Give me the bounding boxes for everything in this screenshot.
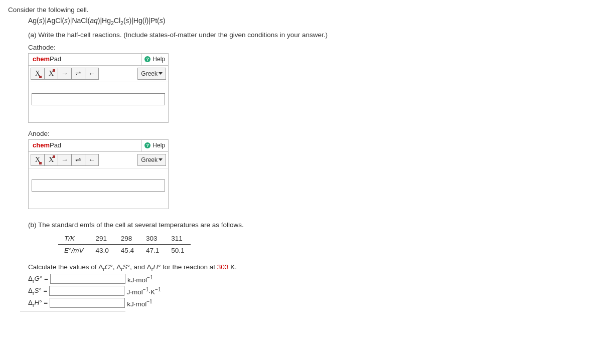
part-b-prompt: (b) The standard emfs of the cell at sev… bbox=[28, 221, 594, 229]
part-a-prompt: (a) Write the half-cell reactions. (Incl… bbox=[28, 31, 594, 39]
tool-group-left: X X → ⇌ ← bbox=[31, 154, 98, 166]
help-icon: ? bbox=[144, 56, 150, 62]
help-icon: ? bbox=[144, 142, 150, 148]
table-cell: 291 bbox=[89, 233, 114, 245]
greek-label: Greek bbox=[141, 156, 158, 163]
subscript-button[interactable]: X bbox=[31, 154, 45, 166]
help-label: Help bbox=[153, 56, 165, 63]
ds-input[interactable] bbox=[49, 286, 124, 296]
equilibrium-button[interactable]: ⇌ bbox=[71, 154, 85, 166]
dh-label: ΔrH° = bbox=[28, 299, 48, 308]
chempad-title-pad: Pad bbox=[50, 55, 61, 63]
anode-label: Anode: bbox=[28, 130, 594, 137]
equilibrium-button[interactable]: ⇌ bbox=[71, 68, 85, 80]
calc-k: K. bbox=[228, 263, 237, 271]
cathode-input[interactable] bbox=[32, 93, 165, 105]
greek-dropdown[interactable]: Greek bbox=[137, 68, 166, 80]
dg-units: kJ·mol−1 bbox=[127, 275, 153, 284]
arrow-right-button[interactable]: → bbox=[58, 68, 72, 80]
divider bbox=[20, 311, 125, 311]
help-button[interactable]: ? Help bbox=[141, 54, 168, 65]
chempad-body bbox=[29, 168, 168, 209]
calc-prompt: Calculate the values of ΔrG°, ΔrS°, and … bbox=[28, 263, 594, 272]
subscript-button[interactable]: X bbox=[31, 68, 45, 80]
dg-input[interactable] bbox=[50, 274, 125, 284]
ds-label: ΔrS° = bbox=[28, 287, 47, 296]
table-cell: 43.0 bbox=[89, 244, 114, 256]
cell-notation: Ag(s)|AgCl(s)|NaCl(aq)|Hg2Cl2(s)|Hg(l)|P… bbox=[28, 17, 594, 26]
dh-row: ΔrH° = kJ·mol−1 bbox=[28, 298, 594, 308]
row-label: T/K bbox=[58, 233, 89, 245]
chempad-anode: chemPad ? Help X X → ⇌ ← Greek bbox=[28, 139, 169, 209]
intro-text: Consider the following cell. bbox=[8, 6, 594, 14]
superscript-marker-icon bbox=[53, 69, 55, 72]
ds-row: ΔrS° = J·mol−1·K−1 bbox=[28, 286, 594, 296]
table-row: T/K 291 298 303 311 bbox=[58, 233, 191, 245]
arrow-left-button[interactable]: ← bbox=[85, 68, 99, 80]
table-cell: 47.1 bbox=[140, 244, 165, 256]
chempad-body bbox=[29, 82, 168, 122]
chempad-title-pad: Pad bbox=[50, 141, 61, 149]
table-cell: 45.4 bbox=[115, 244, 140, 256]
chempad-title: chemPad bbox=[29, 140, 65, 151]
dg-label: ΔrG° = bbox=[28, 275, 48, 284]
chempad-title-chem: chem bbox=[33, 141, 50, 149]
dh-input[interactable] bbox=[50, 298, 125, 308]
table-cell: 311 bbox=[165, 233, 190, 245]
emf-table: T/K 291 298 303 311 E°/mV 43.0 45.4 47.1… bbox=[58, 233, 191, 256]
subscript-marker-icon bbox=[39, 76, 42, 78]
greek-dropdown[interactable]: Greek bbox=[137, 154, 166, 166]
dh-units: kJ·mol−1 bbox=[127, 299, 153, 308]
row-label: E°/mV bbox=[58, 244, 89, 256]
help-label: Help bbox=[153, 142, 165, 149]
table-row: E°/mV 43.0 45.4 47.1 50.1 bbox=[58, 244, 191, 256]
chempad-title-chem: chem bbox=[33, 55, 50, 63]
arrow-right-button[interactable]: → bbox=[58, 154, 72, 166]
arrow-left-button[interactable]: ← bbox=[85, 154, 99, 166]
superscript-marker-icon bbox=[53, 155, 55, 158]
calc-temp: 303 bbox=[217, 263, 229, 271]
anode-input[interactable] bbox=[32, 179, 165, 192]
chempad-title: chemPad bbox=[29, 54, 65, 65]
chempad-header: chemPad ? Help bbox=[29, 54, 168, 66]
table-cell: 298 bbox=[115, 233, 140, 245]
chempad-toolbar: X X → ⇌ ← Greek bbox=[29, 66, 168, 82]
greek-label: Greek bbox=[141, 70, 158, 77]
chempad-toolbar: X X → ⇌ ← Greek bbox=[29, 152, 168, 168]
chempad-cathode: chemPad ? Help X X → ⇌ ← Greek bbox=[28, 53, 169, 123]
chempad-header: chemPad ? Help bbox=[29, 140, 168, 152]
dg-row: ΔrG° = kJ·mol−1 bbox=[28, 274, 594, 284]
ds-units: J·mol−1·K−1 bbox=[126, 287, 161, 296]
table-cell: 50.1 bbox=[165, 244, 190, 256]
table-cell: 303 bbox=[140, 233, 165, 245]
tool-group-left: X X → ⇌ ← bbox=[31, 68, 98, 80]
subscript-marker-icon bbox=[39, 162, 42, 164]
help-button[interactable]: ? Help bbox=[141, 140, 168, 151]
superscript-button[interactable]: X bbox=[44, 68, 58, 80]
chevron-down-icon bbox=[159, 72, 163, 75]
superscript-button[interactable]: X bbox=[44, 154, 58, 166]
chevron-down-icon bbox=[159, 158, 163, 161]
cathode-label: Cathode: bbox=[28, 44, 594, 51]
